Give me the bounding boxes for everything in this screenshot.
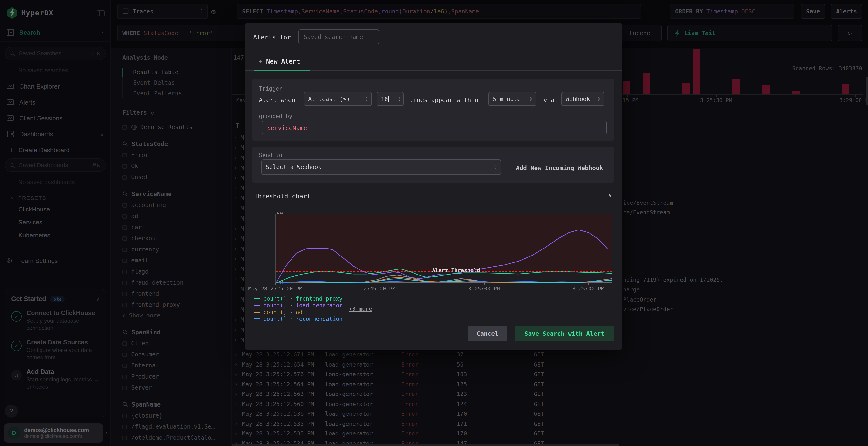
tab-new-alert[interactable]: +New Alert <box>258 58 300 65</box>
grouped-by-input[interactable]: ServiceName <box>262 121 607 134</box>
tab-label: New Alert <box>266 58 300 65</box>
legend-swatch <box>254 318 260 319</box>
legend-swatch <box>254 298 260 299</box>
select-chevrons-icon: ∧∨ <box>598 97 600 101</box>
axis-tick-label: 2:45:00 PM <box>364 286 396 292</box>
saved-search-name-input[interactable]: Saved search name <box>299 29 379 44</box>
legend-series-name: ad <box>296 309 303 315</box>
alerts-for-label: Alerts for <box>253 34 291 41</box>
webhook-select-value: Select a Webhook <box>266 164 321 171</box>
create-alert-modal: Alerts for Saved search name +New Alert … <box>245 23 622 350</box>
webhook-select[interactable]: Select a Webhook ∧∨ <box>261 160 501 175</box>
select-chevrons-icon: ∧∨ <box>495 165 497 170</box>
grouped-by-label: grouped by <box>259 113 292 119</box>
plus-icon: + <box>258 58 262 65</box>
legend-separator: · <box>289 309 293 315</box>
axis-tick-label: 3:05:00 PM <box>468 286 500 292</box>
legend-more-button[interactable]: +3 more <box>349 305 372 312</box>
channel-select[interactable]: Webhook ∧∨ <box>561 92 604 106</box>
threshold-value-input[interactable]: 10 ∧∨ <box>377 92 404 106</box>
via-label: via <box>544 96 554 104</box>
legend-separator: · <box>289 295 293 302</box>
channel-value: Webhook <box>566 96 590 102</box>
legend-metric: count() <box>263 302 287 309</box>
select-chevrons-icon: ∧∨ <box>530 97 532 101</box>
legend-item[interactable]: count() · frontend-proxy <box>254 295 343 302</box>
x-axis-labels: May 28 2:25:00 PM2:45:00 PM3:05:00 PM3:2… <box>275 286 612 293</box>
legend-item[interactable]: count() · load-generator <box>254 302 343 309</box>
alert-threshold-label: Alert Threshold <box>432 267 480 274</box>
axis-tick-label: 3:25:00 PM <box>572 286 604 292</box>
legend-series-name: frontend-proxy <box>296 295 343 302</box>
send-to-label: Send to <box>259 152 282 159</box>
time-window-value: 5 minute <box>493 96 521 102</box>
axis-tick <box>484 283 485 285</box>
legend-item[interactable]: count() · recommendation <box>254 315 343 322</box>
number-spinner-icon[interactable]: ∧∨ <box>396 93 403 105</box>
condition-select[interactable]: At least (≥) ∧∨ <box>304 92 372 106</box>
legend-separator: · <box>289 302 293 309</box>
axis-tick <box>379 283 380 285</box>
time-window-select[interactable]: 5 minute ∧∨ <box>489 92 536 106</box>
threshold-value: 10 <box>381 96 388 102</box>
add-webhook-button[interactable]: Add New Incoming Webhook <box>516 164 603 171</box>
legend-metric: count() <box>263 309 287 315</box>
cancel-button[interactable]: Cancel <box>468 325 507 341</box>
threshold-chart-title: Threshold chart <box>254 193 311 200</box>
trigger-label: Trigger <box>259 85 282 92</box>
legend-metric: count() <box>263 295 287 302</box>
active-tab-indicator <box>254 70 310 71</box>
axis-tick-label: May 28 2:25:00 PM <box>248 286 302 292</box>
legend-series-name: load-generator <box>296 302 343 309</box>
legend-metric: count() <box>263 315 287 322</box>
send-to-section: Send to Select a Webhook ∧∨ Add New Inco… <box>252 147 614 182</box>
hyperdx-app: HyperDX Search ∧ Saved Searches ⌘K No sa… <box>0 0 868 446</box>
legend-series-name: recommendation <box>296 315 343 322</box>
alert-when-label: Alert when <box>259 96 296 104</box>
saved-search-name-placeholder: Saved search name <box>304 33 363 40</box>
select-chevrons-icon: ∧∨ <box>366 97 368 101</box>
collapse-chevron-icon[interactable]: ∧ <box>608 192 612 198</box>
lines-within-label: lines appear within <box>409 96 478 104</box>
legend-separator: · <box>289 315 293 322</box>
axis-tick <box>588 283 589 285</box>
trigger-section: Trigger Alert when At least (≥) ∧∨ 10 ∧∨… <box>252 79 614 141</box>
chart-legend: count() · frontend-proxy count() · load-… <box>254 295 372 322</box>
legend-item[interactable]: count() · ad <box>254 309 343 315</box>
condition-value: At least (≥) <box>308 96 350 102</box>
legend-swatch <box>254 305 260 306</box>
axis-tick <box>275 283 276 285</box>
text-cursor <box>389 96 389 102</box>
grouped-by-value: ServiceName <box>267 124 307 131</box>
save-search-with-alert-button[interactable]: Save Search with Alert <box>515 325 614 341</box>
legend-swatch <box>254 312 260 313</box>
